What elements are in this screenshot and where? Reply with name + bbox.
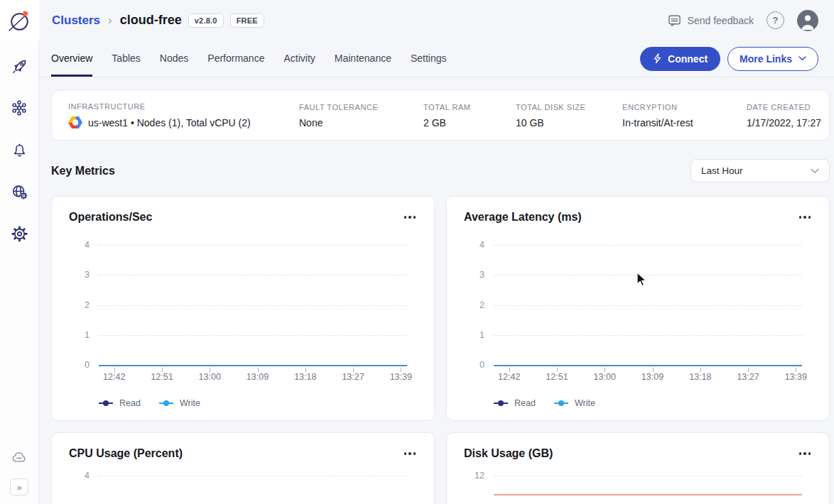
chart-plot: 4 3 2 1 0 bbox=[99, 245, 407, 365]
x-tick-label: 13:09 bbox=[641, 372, 664, 382]
disk-limit-line bbox=[494, 494, 802, 495]
lightning-bolt-icon bbox=[653, 53, 662, 64]
info-value: 2 GB bbox=[423, 117, 516, 128]
charts-grid: Operations/Sec 4 3 2 1 0 12:42 12:51 13:… bbox=[51, 196, 830, 504]
x-tick-label: 12:51 bbox=[151, 372, 173, 382]
y-tick: 0 bbox=[480, 360, 484, 370]
more-links-label: More Links bbox=[740, 53, 792, 65]
cluster-tabbar: Overview Tables Nodes Performance Activi… bbox=[39, 40, 834, 77]
legend-label: Write bbox=[180, 398, 200, 408]
cluster-info-bar: INFRASTRUCTURE us-west1 • Nodes (1), Tot… bbox=[51, 90, 830, 141]
sidebar-item-notifications[interactable] bbox=[9, 140, 29, 160]
sidebar-footer: » bbox=[9, 447, 29, 495]
info-label: TOTAL DISK SIZE bbox=[516, 103, 622, 111]
avatar-button[interactable] bbox=[797, 10, 818, 31]
plan-badge: FREE bbox=[230, 13, 264, 28]
help-button[interactable]: ? bbox=[767, 11, 784, 29]
chart-plot: 4 3 2 1 0 bbox=[494, 245, 802, 365]
chevron-down-icon bbox=[811, 168, 819, 174]
x-axis-line bbox=[99, 365, 407, 366]
x-tick-label: 13:18 bbox=[689, 372, 711, 382]
x-tick-label: 12:51 bbox=[546, 372, 568, 382]
legend-label: Read bbox=[514, 398, 536, 408]
chart-menu-button[interactable] bbox=[403, 212, 418, 223]
planet-logo-icon bbox=[6, 8, 32, 33]
info-encryption: ENCRYPTION In-transit/At-rest bbox=[622, 103, 747, 128]
info-label: ENCRYPTION bbox=[622, 103, 747, 111]
info-value: us-west1 • Nodes (1), Total vCPU (2) bbox=[88, 117, 251, 128]
more-links-button[interactable]: More Links bbox=[727, 47, 818, 71]
read-series-marker bbox=[99, 402, 113, 404]
info-infrastructure: INFRASTRUCTURE us-west1 • Nodes (1), Tot… bbox=[68, 102, 299, 128]
x-tick-label: 13:27 bbox=[737, 372, 759, 382]
x-tick-label: 12:42 bbox=[103, 372, 125, 382]
read-series-marker bbox=[494, 402, 508, 404]
write-series-marker bbox=[159, 402, 173, 404]
chart-menu-button[interactable] bbox=[403, 448, 418, 459]
chart-legend: Read Write bbox=[99, 398, 417, 408]
chart-title: Average Latency (ms) bbox=[464, 211, 582, 224]
info-value: In-transit/At-rest bbox=[622, 117, 747, 128]
sidebar-item-cloud-status[interactable] bbox=[9, 447, 29, 467]
time-range-select[interactable]: Last Hour bbox=[691, 159, 830, 182]
chevron-down-icon bbox=[798, 56, 806, 61]
x-tick-label: 13:00 bbox=[199, 372, 221, 382]
connect-button[interactable]: Connect bbox=[640, 47, 720, 71]
sidebar-item-getting-started[interactable] bbox=[9, 56, 29, 76]
chart-plot: 12 bbox=[494, 476, 802, 504]
tab-nodes[interactable]: Nodes bbox=[160, 40, 188, 77]
settings-gear-icon bbox=[10, 224, 29, 243]
x-tick-label: 13:39 bbox=[785, 372, 807, 382]
feedback-bubble-icon bbox=[667, 13, 682, 27]
tab-activity[interactable]: Activity bbox=[283, 40, 315, 77]
x-axis-labels: 12:42 12:51 13:00 13:09 13:18 13:27 13:3… bbox=[99, 372, 407, 383]
info-label: DATE CREATED bbox=[747, 103, 821, 111]
legend-item-read[interactable]: Read bbox=[494, 398, 536, 408]
chart-card-operations: Operations/Sec 4 3 2 1 0 12:42 12:51 13:… bbox=[51, 196, 435, 421]
tab-tables[interactable]: Tables bbox=[112, 40, 140, 77]
info-value: 10 GB bbox=[516, 117, 622, 128]
info-date-created: DATE CREATED 1/17/2022, 17:27 bbox=[747, 103, 821, 128]
breadcrumb-separator: › bbox=[108, 13, 112, 28]
tab-settings[interactable]: Settings bbox=[411, 40, 447, 77]
x-axis-line bbox=[494, 365, 802, 366]
y-tick: 12 bbox=[475, 471, 484, 481]
chart-card-latency: Average Latency (ms) 4 3 2 1 0 12:42 12:… bbox=[446, 196, 830, 421]
sidebar-item-settings[interactable] bbox=[9, 224, 29, 243]
sidebar-nav bbox=[9, 56, 29, 243]
legend-item-read[interactable]: Read bbox=[99, 398, 141, 408]
info-value: 1/17/2022, 17:27 bbox=[747, 117, 821, 128]
version-badge: v2.8.0 bbox=[188, 13, 224, 28]
chart-card-cpu: CPU Usage (Percent) 4 bbox=[51, 432, 435, 504]
connect-label: Connect bbox=[668, 53, 708, 65]
y-tick: 1 bbox=[480, 330, 484, 340]
time-range-value: Last Hour bbox=[701, 165, 743, 176]
chart-menu-button[interactable] bbox=[798, 212, 813, 223]
legend-item-write[interactable]: Write bbox=[554, 398, 595, 408]
chart-menu-button[interactable] bbox=[798, 448, 813, 459]
tab-performance[interactable]: Performance bbox=[207, 40, 264, 77]
chart-title: CPU Usage (Percent) bbox=[69, 447, 183, 460]
help-icon: ? bbox=[773, 15, 779, 26]
cloud-status-icon bbox=[10, 448, 28, 466]
breadcrumb-clusters-link[interactable]: Clusters bbox=[52, 13, 100, 28]
tab-overview[interactable]: Overview bbox=[51, 40, 92, 77]
y-tick: 0 bbox=[85, 360, 90, 370]
rocket-icon bbox=[11, 57, 28, 75]
sidebar-item-global-config[interactable] bbox=[9, 182, 29, 202]
legend-item-write[interactable]: Write bbox=[159, 398, 200, 408]
user-avatar-icon bbox=[797, 10, 818, 31]
y-tick: 4 bbox=[85, 240, 90, 250]
legend-label: Read bbox=[119, 398, 141, 408]
y-tick: 3 bbox=[480, 270, 484, 280]
app-logo[interactable] bbox=[0, 0, 39, 40]
expand-sidebar-button[interactable]: » bbox=[10, 478, 28, 495]
tabs: Overview Tables Nodes Performance Activi… bbox=[51, 40, 447, 77]
sidebar-item-clusters[interactable] bbox=[9, 98, 29, 118]
chart-title: Disk Usage (GB) bbox=[464, 447, 553, 460]
send-feedback-button[interactable]: Send feedback bbox=[667, 13, 754, 27]
y-tick: 4 bbox=[85, 471, 90, 481]
tab-maintenance[interactable]: Maintenance bbox=[335, 40, 391, 77]
sidebar: » bbox=[0, 0, 39, 504]
chart-plot: 4 bbox=[99, 476, 407, 504]
